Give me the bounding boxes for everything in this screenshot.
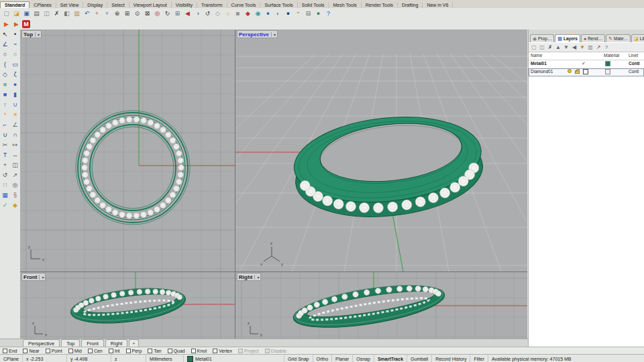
osnap-perp-checkbox[interactable] xyxy=(126,349,131,353)
dimension-icon[interactable]: ↔ xyxy=(10,150,20,160)
zoom-selected-icon[interactable]: ⊙ xyxy=(132,9,142,18)
gear-icon[interactable]: * xyxy=(0,110,10,119)
panel-tab-properties[interactable]: ◉Prop… xyxy=(530,34,554,42)
osnap-vertex-checkbox[interactable] xyxy=(213,349,217,353)
mesh-icon[interactable]: ▦ xyxy=(0,190,10,200)
color-wheel-icon[interactable]: ◉ xyxy=(253,9,263,18)
osnap-perp[interactable]: Perp xyxy=(126,349,142,353)
menu-tab-standard[interactable]: Standard xyxy=(0,1,30,8)
copy-to-clipboard-icon[interactable]: ◫ xyxy=(42,9,52,18)
curve-icon[interactable]: ~ xyxy=(10,40,20,49)
menu-tab-render-tools[interactable]: Render Tools xyxy=(362,2,398,8)
perspective-viewport-canvas[interactable]: zxy xyxy=(235,29,527,272)
copy-object-icon[interactable]: ◫ xyxy=(10,160,20,170)
panel-tab-libraries[interactable]: ◪Libra… xyxy=(631,34,644,42)
check-icon[interactable]: ✓ xyxy=(0,200,10,210)
array-icon[interactable]: ∷ xyxy=(0,180,10,190)
rotate-view-icon[interactable]: ↻ xyxy=(162,9,172,18)
named-views-icon[interactable]: ⊟ xyxy=(303,9,313,18)
helix-icon[interactable]: ζ xyxy=(10,70,20,79)
viewport-right-title[interactable]: Right xyxy=(239,274,252,280)
save-icon[interactable]: ▣ xyxy=(21,9,32,18)
move-up-icon[interactable]: ▲ xyxy=(554,44,562,51)
point-icon[interactable]: • xyxy=(10,29,20,39)
layer-linetype[interactable]: Conti xyxy=(629,61,640,66)
menu-tab-curve-tools[interactable]: Curve Tools xyxy=(227,2,261,8)
viewport-menu-arrow-icon[interactable]: ▾ xyxy=(35,32,40,37)
layer-tools-icon[interactable]: ↗ xyxy=(594,44,602,51)
status-toggle-filter[interactable]: Filter xyxy=(470,355,488,362)
osnap-point[interactable]: Point xyxy=(46,349,62,353)
trim-icon[interactable]: ✂ xyxy=(0,140,10,149)
new-sublayer-icon[interactable]: ◫ xyxy=(538,44,546,51)
loft-icon[interactable]: ∪ xyxy=(10,100,20,109)
osnap-quad[interactable]: Quad xyxy=(168,349,185,353)
zoom-extents-icon[interactable]: ⊠ xyxy=(142,9,152,18)
new-file-icon[interactable]: ▢ xyxy=(1,9,11,18)
viewport-top-title[interactable]: Top xyxy=(23,32,33,38)
panel-tab-rendering[interactable]: ●Rend… xyxy=(581,34,605,42)
print-icon[interactable]: ▤ xyxy=(32,9,42,18)
viewport-tab-perspective[interactable]: Perspective xyxy=(23,339,60,347)
cplane-icon[interactable]: ◇ xyxy=(213,9,223,18)
front-viewport-canvas[interactable]: zx xyxy=(20,272,235,339)
plugin-arrow-1-icon[interactable]: ▶ xyxy=(1,19,11,29)
grid-options-icon[interactable]: ⊞ xyxy=(172,9,182,18)
osnap-knot-checkbox[interactable] xyxy=(191,349,196,353)
move-down-icon[interactable]: ▼ xyxy=(562,44,570,51)
layer-row-diamond01[interactable]: Diamond01Conti xyxy=(529,68,644,76)
shade-view-icon[interactable]: ◑ xyxy=(193,9,203,18)
layer-visibility-bulb-icon[interactable] xyxy=(568,69,572,73)
viewport-front-title[interactable]: Front xyxy=(23,274,37,280)
lamp-icon[interactable]: ☼ xyxy=(223,9,233,18)
status-toggle-smarttrack[interactable]: SmartTrack xyxy=(374,355,407,362)
gold-material-icon[interactable]: ◆ xyxy=(10,200,20,210)
delete-icon[interactable]: ✗ xyxy=(52,9,62,18)
viewport-perspective-label[interactable]: Perspective ▾ xyxy=(237,30,278,38)
select-arrow-icon[interactable]: ↖ xyxy=(0,29,10,39)
layer-name[interactable]: Metal01 xyxy=(531,61,547,66)
menu-tab-viewport-layout[interactable]: Viewport Layout xyxy=(129,2,172,8)
move-view-icon[interactable]: + xyxy=(102,9,112,18)
viewport-menu-arrow-icon[interactable]: ▾ xyxy=(254,275,259,280)
explode-icon[interactable]: ☀ xyxy=(10,110,20,119)
right-viewport-canvas[interactable]: zy xyxy=(235,272,527,339)
match-layer-icon[interactable]: ▥ xyxy=(586,44,594,51)
bone-icon[interactable]: § xyxy=(10,190,20,200)
osnap-end-checkbox[interactable] xyxy=(3,349,7,353)
osnap-cen-checkbox[interactable] xyxy=(88,349,93,353)
viewport-front-label[interactable]: Front ▾ xyxy=(21,273,46,281)
extend-icon[interactable]: ↦ xyxy=(10,140,20,149)
layer-material-swatch[interactable] xyxy=(605,61,610,66)
osnap-mid-checkbox[interactable] xyxy=(68,349,73,353)
delete-layer-icon[interactable]: ✗ xyxy=(546,44,554,51)
menu-tab-transform[interactable]: Transform xyxy=(197,2,227,8)
sphere-icon[interactable]: ● xyxy=(10,80,20,89)
menu-tab-cplanes[interactable]: CPlanes xyxy=(30,2,56,8)
viewport-tab-right[interactable]: Right xyxy=(105,339,128,347)
menu-tab-solid-tools[interactable]: Solid Tools xyxy=(298,2,329,8)
extrude-icon[interactable]: ↑ xyxy=(0,100,10,109)
viewport-right-label[interactable]: Right ▾ xyxy=(237,273,261,281)
osnap-mid[interactable]: Mid xyxy=(68,349,82,353)
layer-color-swatch[interactable] xyxy=(583,69,588,74)
undo-icon[interactable]: ↶ xyxy=(82,9,92,18)
panel-help-icon[interactable]: ? xyxy=(602,44,610,51)
viewport-top-label[interactable]: Top ▾ xyxy=(21,30,42,38)
osnap-cen[interactable]: Cen xyxy=(88,349,103,353)
layer-linetype[interactable]: Conti xyxy=(629,69,639,74)
zoom-window-icon[interactable]: ⊞ xyxy=(122,9,132,18)
pan-icon[interactable]: + xyxy=(92,9,102,18)
shaded-display-icon[interactable]: ● xyxy=(263,9,273,18)
panel-tab-layers[interactable]: ▤Layers xyxy=(555,34,580,42)
new-layer-icon[interactable]: ▢ xyxy=(530,44,538,51)
layer-material-swatch[interactable] xyxy=(605,69,610,74)
viewport-menu-arrow-icon[interactable]: ▾ xyxy=(39,275,44,280)
polygon-icon[interactable]: ◇ xyxy=(0,70,10,79)
menu-tab-drafting[interactable]: Drafting xyxy=(398,2,423,8)
osnap-near[interactable]: Near xyxy=(23,349,39,353)
menu-tab-set-view[interactable]: Set View xyxy=(56,2,84,8)
array-polar-icon[interactable]: ◎ xyxy=(10,180,20,190)
viewport-menu-arrow-icon[interactable]: ▾ xyxy=(271,32,276,37)
viewport-front[interactable]: zx Front ▾ xyxy=(20,272,235,339)
